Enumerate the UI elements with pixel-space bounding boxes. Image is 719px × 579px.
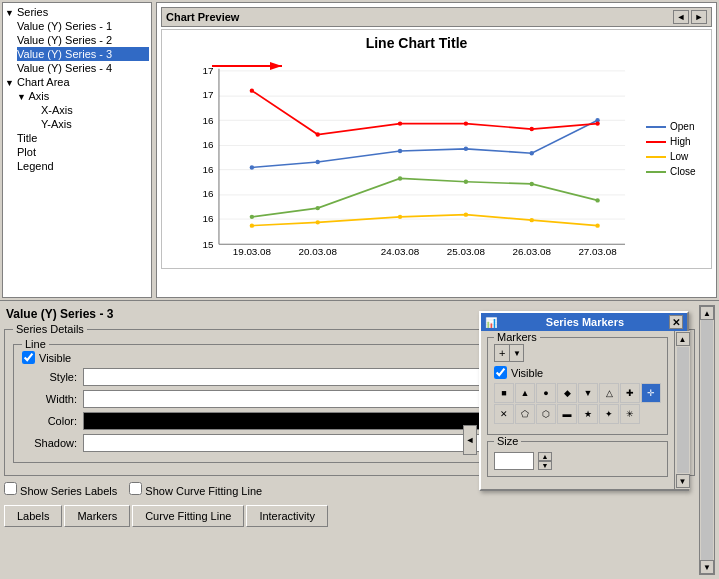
panel-scrollbar: ▲ ▼: [699, 305, 715, 575]
expand-axis-icon[interactable]: ▼: [17, 92, 26, 102]
expand-chart-area-icon[interactable]: ▼: [5, 78, 14, 88]
marker-visible-checkbox[interactable]: [494, 366, 507, 379]
scroll-down-btn[interactable]: ▼: [676, 474, 690, 488]
svg-point-21: [464, 121, 468, 125]
show-series-labels-checkbox[interactable]: [4, 482, 17, 495]
legend-close: Close: [646, 166, 696, 177]
tree-item-chart-area[interactable]: ▼ Chart Area: [5, 75, 149, 89]
y-label-5: 16: [202, 139, 213, 150]
marker-icon-diamond-fill[interactable]: ◆: [557, 383, 577, 403]
marker-icon-rect-h[interactable]: ▬: [557, 404, 577, 424]
legend-close-label: Close: [670, 166, 696, 177]
dialog-close-btn[interactable]: ✕: [669, 315, 683, 329]
chart-area-label: Chart Area: [17, 76, 70, 88]
marker-icon-hexagon[interactable]: ⬡: [536, 404, 556, 424]
svg-point-29: [595, 223, 599, 227]
series-label: Series: [17, 6, 48, 18]
curve-fitting-btn[interactable]: Curve Fitting Line: [132, 505, 244, 527]
x-label-4: 25.03.08: [447, 246, 486, 257]
labels-btn[interactable]: Labels: [4, 505, 62, 527]
svg-point-33: [464, 180, 468, 184]
svg-point-13: [316, 160, 320, 164]
svg-point-34: [530, 182, 534, 186]
marker-dropdown-btn[interactable]: ▼: [510, 344, 524, 362]
marker-icon-triangle[interactable]: ▲: [515, 383, 535, 403]
marker-icon-x[interactable]: ✕: [494, 404, 514, 424]
marker-icon-arrow-up[interactable]: △: [599, 383, 619, 403]
marker-visible-row: Visible: [494, 366, 661, 379]
dialog-icon: 📊: [485, 317, 497, 328]
show-curve-fitting-text: Show Curve Fitting Line: [145, 485, 262, 497]
size-spinner: ▲ ▼: [538, 452, 552, 470]
series-2-label: Value (Y) Series - 2: [17, 34, 112, 46]
markers-dialog: 📊 Series Markers ✕ Markers + ▼: [479, 311, 689, 491]
scroll-up-btn[interactable]: ▲: [676, 332, 690, 346]
markers-btn[interactable]: Markers: [64, 505, 130, 527]
y-label-7: 17: [202, 89, 213, 100]
size-down-btn[interactable]: ▼: [538, 461, 552, 470]
collapse-btn[interactable]: ◄: [463, 425, 477, 455]
y-label-1: 15: [202, 239, 213, 250]
x-label-6: 27.03.08: [578, 246, 617, 257]
collapse-btn-area: ◄: [463, 425, 477, 455]
svg-point-30: [250, 215, 254, 219]
tree-item-series-1[interactable]: Value (Y) Series - 1: [17, 19, 149, 33]
marker-icon-crosshair selected[interactable]: ✛: [641, 383, 661, 403]
visible-checkbox[interactable]: [22, 351, 35, 364]
marker-icon-square[interactable]: ■: [494, 383, 514, 403]
size-group: Size 4 ▲ ▼: [487, 441, 668, 477]
marker-icon-circle[interactable]: ●: [536, 383, 556, 403]
x-label-2: 20.03.08: [299, 246, 338, 257]
svg-point-28: [530, 218, 534, 222]
size-input[interactable]: 4: [494, 452, 534, 470]
interactivity-btn[interactable]: Interactivity: [246, 505, 328, 527]
chart-forward-btn[interactable]: ►: [691, 10, 707, 24]
svg-point-12: [250, 165, 254, 169]
tree-item-axis[interactable]: ▼ Axis: [17, 89, 149, 103]
x-label-3: 24.03.08: [381, 246, 420, 257]
tree-item-legend[interactable]: Legend: [17, 159, 149, 173]
marker-icon-pentagon[interactable]: ⬠: [515, 404, 535, 424]
tree-item-title[interactable]: Title: [17, 131, 149, 145]
legend-label: Legend: [17, 160, 54, 172]
svg-point-19: [316, 132, 320, 136]
tree-item-series[interactable]: ▼ Series: [5, 5, 149, 19]
panel-scroll-track: [701, 320, 713, 560]
marker-add-btn[interactable]: +: [494, 344, 510, 362]
axis-label: Axis: [28, 90, 49, 102]
tree-item-yaxis[interactable]: Y-Axis: [41, 117, 149, 131]
tree-item-plot[interactable]: Plot: [17, 145, 149, 159]
legend-low-line: [646, 156, 666, 158]
bottom-buttons: Labels Markers Curve Fitting Line Intera…: [4, 501, 695, 531]
tree-item-series-4[interactable]: Value (Y) Series - 4: [17, 61, 149, 75]
top-section: ▼ Series Value (Y) Series - 1 Value (Y) …: [0, 0, 719, 300]
legend-high-label: High: [670, 136, 691, 147]
size-row: 4 ▲ ▼: [494, 452, 661, 470]
show-curve-fitting-checkbox[interactable]: [129, 482, 142, 495]
panel-scroll-down[interactable]: ▼: [700, 560, 714, 574]
tree-item-xaxis[interactable]: X-Axis: [41, 103, 149, 117]
legend-low-label: Low: [670, 151, 688, 162]
y-label-2: 16: [202, 213, 213, 224]
panel-scroll-up[interactable]: ▲: [700, 306, 714, 320]
size-up-btn[interactable]: ▲: [538, 452, 552, 461]
marker-icon-star[interactable]: ★: [578, 404, 598, 424]
visible-label: Visible: [39, 352, 71, 364]
tree-item-series-3[interactable]: Value (Y) Series - 3: [17, 47, 149, 61]
tree-panel: ▼ Series Value (Y) Series - 1 Value (Y) …: [2, 2, 152, 298]
svg-point-27: [464, 212, 468, 216]
y-label-3: 16: [202, 188, 213, 199]
tree-child-chart-area: ▼ Axis X-Axis Y-Axis Title Plot: [17, 89, 149, 173]
marker-icon-triangle-down-fill[interactable]: ▼: [578, 383, 598, 403]
marker-icon-snowflake[interactable]: ✳: [620, 404, 640, 424]
marker-icon-star2[interactable]: ✦: [599, 404, 619, 424]
tree-item-series-2[interactable]: Value (Y) Series - 2: [17, 33, 149, 47]
chart-area: Line Chart Title 15 16 16 16 16 16 17 17: [161, 29, 712, 269]
bottom-section: Value (Y) Series - 3 Series Details Line…: [0, 300, 719, 579]
y-label-4: 16: [202, 164, 213, 175]
chart-legend: Open High Low Close: [641, 30, 711, 268]
chart-back-btn[interactable]: ◄: [673, 10, 689, 24]
expand-series-icon[interactable]: ▼: [5, 8, 14, 18]
marker-icon-cross[interactable]: ✚: [620, 383, 640, 403]
chart-main: Line Chart Title 15 16 16 16 16 16 17 17: [162, 30, 641, 268]
